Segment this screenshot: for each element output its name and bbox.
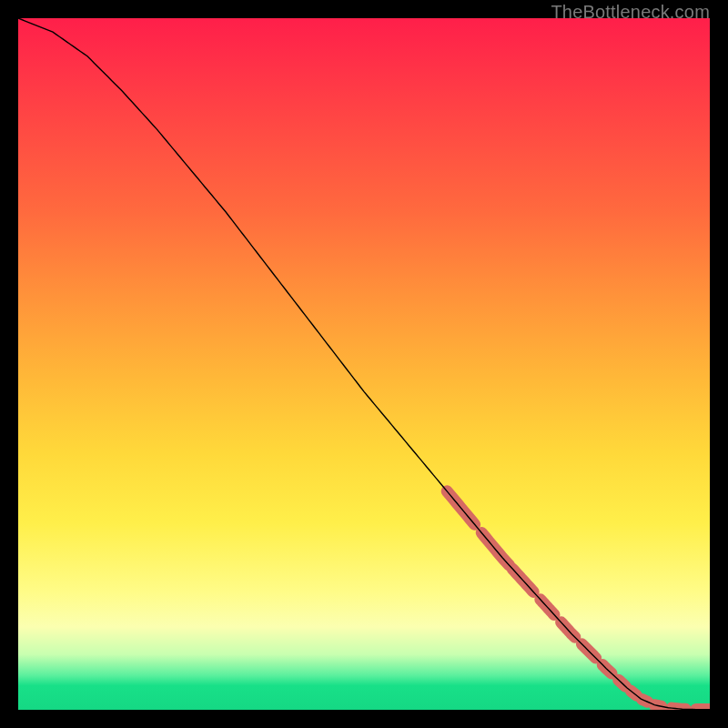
chart-svg (18, 18, 710, 710)
curve-path (18, 18, 710, 710)
highlight-dash-group (447, 491, 710, 710)
chart-frame: TheBottleneck.com (18, 18, 710, 710)
